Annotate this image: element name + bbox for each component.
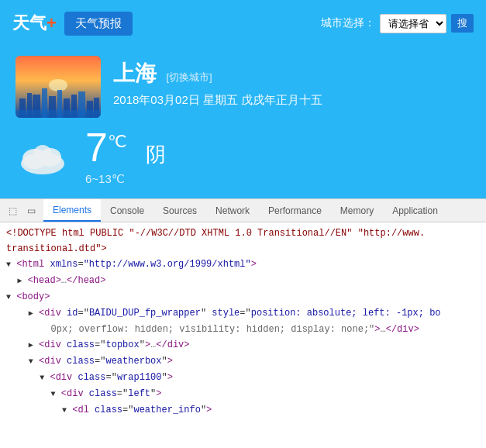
city-row: 上海 [切换城市] 2018年03月02日 星期五 戊戌年正月十五 — [16, 56, 470, 118]
code-line-doctype: <!DOCTYPE html PUBLIC "-//W3C//DTD XHTML… — [0, 226, 486, 241]
devtools-tabs: ⬚ ▭ Elements Console Sources Network Per… — [0, 199, 486, 222]
site-logo: 天气+ — [12, 12, 57, 35]
city-name-row: 上海 [切换城市] — [113, 59, 322, 88]
code-line-dl: ▼ <dl class="weather_info"> — [0, 402, 486, 415]
code-panel: <!DOCTYPE html PUBLIC "-//W3C//DTD XHTML… — [0, 222, 486, 415]
mobile-icon[interactable]: ▭ — [25, 205, 37, 217]
tab-performance[interactable]: Performance — [259, 199, 331, 222]
code-line-wrap1100: ▼ <div class="wrap1100"> — [0, 370, 486, 386]
weather-content: 上海 [切换城市] 2018年03月02日 星期五 戊戌年正月十五 7℃ 阴 6… — [0, 47, 486, 198]
code-line-head: ▶ <head>…</head> — [0, 273, 486, 289]
code-line-body: ▼ <body> — [0, 289, 486, 305]
logo-plus: + — [47, 13, 57, 33]
tab-memory[interactable]: Memory — [331, 199, 383, 222]
city-name: 上海 — [113, 59, 157, 88]
code-line-left: ▼ <div class="left"> — [0, 386, 486, 402]
logo-text: 天气 — [12, 13, 47, 33]
city-date: 2018年03月02日 星期五 戊戌年正月十五 — [113, 93, 322, 108]
tab-network[interactable]: Network — [206, 199, 259, 222]
temp-value-group: 7℃ 阴 6~13℃ — [85, 124, 166, 186]
city-search-button[interactable]: 搜 — [451, 14, 474, 33]
svg-rect-13 — [16, 110, 101, 118]
code-line-topbox: ▶ <div class="topbox">…</div> — [0, 337, 486, 353]
temperature-row: 7℃ 阴 6~13℃ — [16, 118, 470, 189]
temperature-unit: ℃ — [108, 132, 127, 151]
devtools-panel: ⬚ ▭ Elements Console Sources Network Per… — [0, 198, 486, 415]
code-line-transitional: transitional.dtd"> — [0, 241, 486, 257]
tab-sources[interactable]: Sources — [153, 199, 206, 222]
inspect-icon[interactable]: ⬚ — [6, 205, 19, 217]
city-image — [16, 56, 101, 118]
site-header: 天气+ 天气预报 城市选择： 请选择省 搜 — [0, 0, 486, 47]
city-info: 上海 [切换城市] 2018年03月02日 星期五 戊戌年正月十五 — [113, 56, 322, 108]
tab-console[interactable]: Console — [101, 199, 153, 222]
devtools-icon-group: ⬚ ▭ — [0, 199, 43, 222]
tab-elements[interactable]: Elements — [43, 199, 101, 222]
tab-application[interactable]: Application — [383, 199, 447, 222]
code-line-baidu2: 0px; overflow: hidden; visibility: hidde… — [0, 322, 486, 337]
code-line-html: ▼ <html xmlns="http://www.w3.org/1999/xh… — [0, 257, 486, 273]
temperature-range: 6~13℃ — [85, 172, 166, 186]
svg-point-17 — [33, 145, 52, 164]
weather-nav-button[interactable]: 天气预报 — [64, 12, 133, 36]
temperature-value: 7℃ — [85, 125, 138, 170]
switch-city-link[interactable]: [切换城市] — [166, 71, 212, 83]
city-selector: 城市选择： 请选择省 搜 — [321, 14, 474, 33]
temperature-number: 7 — [85, 125, 108, 170]
province-select[interactable]: 请选择省 — [380, 14, 446, 33]
code-line-baidu: ▶ <div id="BAIDU_DUP_fp_wrapper" style="… — [0, 305, 486, 322]
weather-cloud-icon — [16, 134, 70, 177]
svg-point-1 — [49, 79, 67, 91]
city-selector-label: 城市选择： — [321, 16, 375, 30]
code-line-weatherbox: ▼ <div class="weatherbox"> — [0, 353, 486, 370]
weather-description: 阴 — [146, 143, 166, 166]
